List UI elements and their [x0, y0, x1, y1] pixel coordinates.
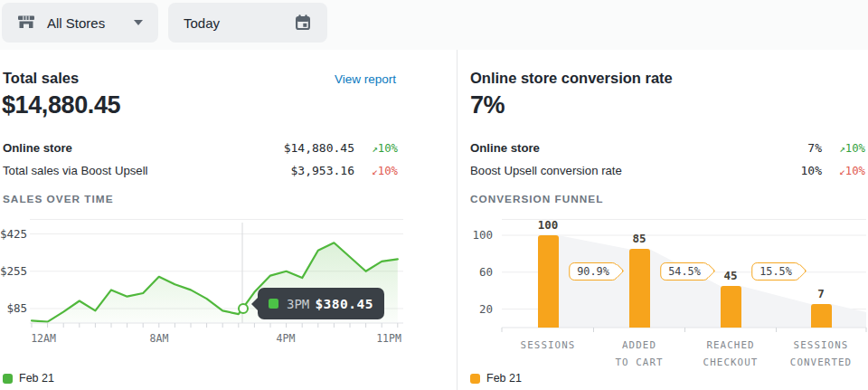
sales-legend: Feb 21 [3, 372, 54, 385]
tooltip-value: $380.45 [315, 297, 373, 311]
topbar: All Stores Today [0, 0, 868, 50]
metric-row-online-store-rate: Online store 7% ↗10% [470, 137, 865, 159]
funnel-step-percentage-badge: 54.5% [660, 262, 709, 281]
funnel-bar-value: 85 [612, 232, 666, 245]
funnel-legend: Feb 21 [470, 372, 522, 385]
metric-value: $14,880.45 [284, 141, 354, 155]
conversion-funnel-heading: CONVERSION FUNNEL [470, 193, 603, 205]
conversion-breakdown: Online store 7% ↗10% Boost Upsell conver… [470, 137, 865, 182]
x-axis-label: 4PM [259, 332, 313, 345]
metric-row-online-store: Online store $14,880.45 ↗10% [3, 137, 398, 159]
y-axis-label: $425 [0, 227, 27, 241]
x-axis-label: 12AM [16, 332, 71, 345]
total-sales-value: $14,880.45 [2, 91, 120, 119]
metric-label: Total sales via Boost Upsell [3, 164, 148, 177]
funnel-category-label: SESSIONSCONVERTED [770, 338, 868, 371]
conversion-rate-value: 7% [470, 91, 505, 119]
funnel-category-label: REACHEDCHECKOUT [680, 338, 781, 371]
total-sales-breakdown: Online store $14,880.45 ↗10% Total sales… [3, 137, 398, 182]
calendar-icon [294, 14, 312, 32]
legend-label: Feb 21 [19, 372, 54, 385]
hover-point-marker [238, 303, 249, 314]
trend-down-icon: ↙ [839, 166, 845, 177]
conversion-rate-title: Online store conversion rate [470, 70, 673, 87]
funnel-bar-2[interactable] [721, 286, 741, 328]
trend-up-icon: ↗ [839, 143, 845, 155]
funnel-step-percentage-badge: 15.5% [751, 262, 800, 281]
funnel-bar-value: 100 [521, 218, 575, 232]
metric-value: 10% [801, 164, 822, 177]
date-range-label: Today [184, 15, 220, 31]
store-selector-label: All Stores [47, 15, 105, 31]
store-icon [17, 14, 35, 32]
funnel-step-percentage-badge: 90.9% [569, 262, 618, 281]
legend-swatch-orange [470, 374, 480, 384]
trend-badge: ↙10% [358, 165, 398, 177]
funnel-category-label: SESSIONS [497, 338, 599, 355]
funnel-bar-0[interactable] [538, 235, 559, 328]
trend-up-icon: ↗ [372, 143, 378, 155]
y-axis-label: $85 [0, 301, 27, 315]
metric-row-boost-upsell-rate: Boost Upsell conversion rate 10% ↙10% [470, 159, 865, 182]
trend-badge: ↗10% [826, 142, 865, 155]
y-axis-label: $255 [0, 264, 27, 278]
trend-badge: ↙10% [826, 165, 865, 177]
chevron-down-icon [134, 20, 143, 25]
funnel-bar-value: 7 [794, 287, 848, 300]
funnel-bar-3[interactable] [811, 304, 832, 328]
metric-value: $3,953.16 [291, 164, 354, 177]
sales-over-time-heading: SALES OVER TIME [3, 193, 114, 205]
funnel-category-label: ADDEDTO CART [589, 338, 690, 371]
funnel-y-axis-label: 60 [465, 265, 493, 279]
metric-label: Online store [470, 141, 540, 155]
metric-label: Boost Upsell conversion rate [470, 164, 622, 177]
metric-value: 7% [807, 141, 822, 155]
metric-row-boost-upsell-sales: Total sales via Boost Upsell $3,953.16 ↙… [3, 159, 398, 182]
legend-swatch-green [3, 374, 13, 384]
view-report-link[interactable]: View report [326, 72, 396, 86]
x-axis-label: 8AM [132, 332, 186, 345]
tooltip-series-swatch [269, 299, 278, 309]
funnel-y-axis-label: 20 [465, 302, 493, 316]
trend-badge: ↗10% [358, 142, 398, 155]
store-selector-button[interactable]: All Stores [2, 3, 158, 43]
trend-down-icon: ↙ [372, 166, 378, 177]
funnel-y-axis-label: 100 [465, 228, 493, 242]
x-axis-label: 11PM [362, 332, 416, 345]
date-range-button[interactable]: Today [168, 3, 327, 43]
funnel-bar-1[interactable] [629, 249, 650, 328]
total-sales-title: Total sales [3, 70, 79, 87]
metric-label: Online store [3, 141, 72, 155]
analytics-dashboard: All Stores Today Total sales View report… [0, 0, 868, 390]
tooltip-time: 3PM [287, 297, 309, 311]
legend-label: Feb 21 [486, 372, 522, 385]
chart-tooltip: 3PM $380.45 [258, 288, 384, 319]
